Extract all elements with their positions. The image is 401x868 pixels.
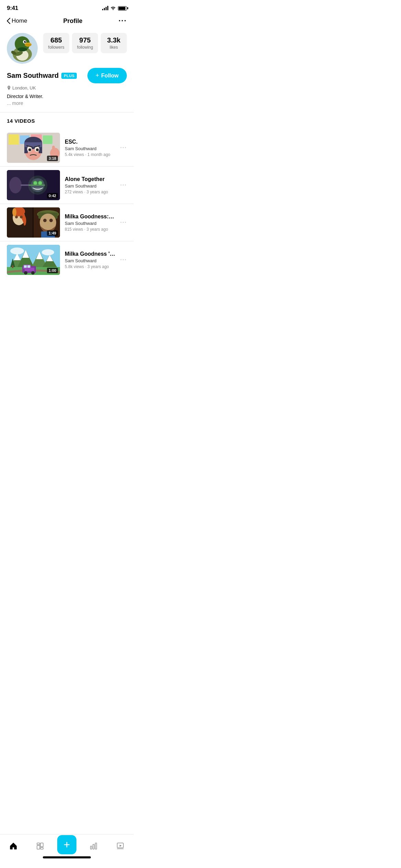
video-duration-2: 0:42 [47,193,58,198]
profile-name-row: Sam Southward PLUS + Follow [7,68,127,83]
svg-point-67 [24,271,27,275]
svg-point-73 [42,249,54,255]
svg-rect-69 [24,265,27,268]
video-author-3: Sam Southward [65,221,115,226]
followers-stat[interactable]: 685 followers [43,33,69,53]
video-meta-1: 5.4k views · 1 month ago [65,152,115,157]
profile-name-left: Sam Southward PLUS [7,72,77,80]
status-time: 9:41 [7,5,18,12]
video-item[interactable]: 3:18 ESC. Sam Southward 5.4k views · 1 m… [0,129,134,166]
follow-plus-icon: + [96,72,99,79]
video-meta-2: 272 views · 3 years ago [65,190,115,194]
svg-point-25 [36,148,39,151]
location-text: London, UK [12,85,36,91]
follow-label: Follow [101,73,119,79]
svg-point-43 [12,208,16,216]
video-thumbnail-2: 0:42 [7,170,60,200]
video-author-1: Sam Southward [65,146,115,151]
video-item[interactable]: 1:49 Milka Goodness: The ... Sam Southwa… [0,204,134,241]
location-icon [7,86,11,91]
video-duration-3: 1:49 [47,230,58,236]
likes-label: likes [103,45,125,50]
svg-rect-64 [12,265,13,268]
duck-avatar-svg [7,33,38,64]
video-thumbnail-3: 1:49 [7,207,60,238]
avatar[interactable] [7,33,38,64]
likes-count: 3.3k [103,36,125,44]
svg-rect-29 [52,146,55,153]
svg-point-45 [20,216,23,218]
svg-rect-16 [43,135,52,144]
svg-point-72 [10,248,24,254]
video-info-2: Alone Together Sam Southward 272 views ·… [65,176,115,194]
svg-point-38 [9,177,22,193]
svg-point-44 [15,216,18,218]
profile-header: 685 followers 975 following 3.3k likes S… [0,29,134,112]
profile-location: London, UK [7,85,127,91]
stats-grid: 685 followers 975 following 3.3k likes [43,33,127,53]
svg-point-6 [25,44,32,46]
video-title-3: Milka Goodness: The ... [65,214,115,220]
video-item[interactable]: 1:00 Milka Goodness '60 ... Sam Southwar… [0,241,134,278]
svg-point-50 [43,219,47,222]
svg-point-51 [49,219,53,222]
video-info-3: Milka Goodness: The ... Sam Southward 81… [65,214,115,232]
more-options-button[interactable]: ··· [119,17,127,25]
profile-name: Sam Southward [7,72,59,80]
video-meta-4: 5.8k views · 3 years ago [65,264,115,269]
videos-count-heading: 14 VIDEOS [7,118,127,124]
wifi-icon [110,5,116,11]
video-author-2: Sam Southward [65,183,115,189]
following-stat[interactable]: 975 following [72,33,98,53]
svg-point-4 [17,47,27,51]
bio-text: Director & Writer. [7,94,43,99]
video-duration-4: 1:00 [47,268,58,273]
video-author-4: Sam Southward [65,258,115,263]
signal-icon [102,6,108,10]
status-icons [102,5,127,11]
profile-info: Sam Southward PLUS + Follow London, UK D… [7,68,127,107]
video-list: 3:18 ESC. Sam Southward 5.4k views · 1 m… [0,129,134,278]
followers-count: 685 [45,36,67,44]
battery-icon [118,6,127,11]
svg-point-9 [25,41,26,42]
video-thumbnail-1: 3:18 [7,133,60,163]
video-info-4: Milka Goodness '60 ... Sam Southward 5.8… [65,251,115,269]
svg-rect-21 [25,142,42,147]
video-more-button-2[interactable]: ··· [120,182,127,189]
video-title-2: Alone Together [65,176,115,182]
page-title: Profile [63,17,83,25]
following-label: following [74,45,96,50]
video-item[interactable]: 0:42 Alone Together Sam Southward 272 vi… [0,166,134,204]
back-chevron-icon [7,18,10,24]
video-duration-1: 3:18 [47,156,58,161]
svg-rect-70 [27,265,30,268]
nav-bar: Home Profile ··· [0,14,134,29]
following-count: 975 [74,36,96,44]
back-label: Home [12,17,27,24]
svg-rect-71 [25,268,34,271]
video-title-1: ESC. [65,139,115,145]
svg-point-8 [24,41,26,43]
profile-bio: Director & Writer. ... more [7,93,127,107]
plus-badge: PLUS [61,73,77,79]
svg-point-24 [28,148,31,151]
back-button[interactable]: Home [7,17,27,24]
followers-label: followers [45,45,67,50]
likes-stat[interactable]: 3.3k likes [101,33,127,53]
profile-top: 685 followers 975 following 3.3k likes [7,33,127,64]
video-info-1: ESC. Sam Southward 5.4k views · 1 month … [65,139,115,157]
video-more-button-1[interactable]: ··· [120,144,127,152]
video-title-4: Milka Goodness '60 ... [65,251,115,257]
status-bar: 9:41 [0,0,134,14]
videos-section: 14 VIDEOS [0,112,134,124]
bio-more-button[interactable]: ... more [7,100,23,106]
video-more-button-3[interactable]: ··· [120,219,127,226]
video-more-button-4[interactable]: ··· [120,256,127,264]
video-meta-3: 815 views · 3 years ago [65,227,115,232]
svg-rect-13 [9,134,19,145]
svg-point-68 [31,271,35,275]
follow-button[interactable]: + Follow [87,68,127,83]
video-thumbnail-4: 1:00 [7,245,60,275]
